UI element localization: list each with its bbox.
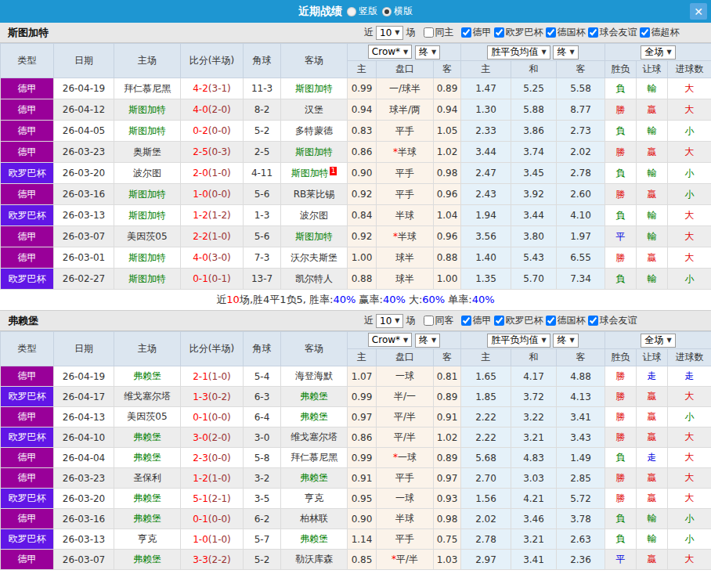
competition-badge: 德甲 — [1, 448, 54, 468]
competition-filter[interactable]: 球会友谊 — [588, 26, 637, 39]
same-side-checkbox[interactable] — [424, 316, 434, 326]
competition-badge: 德甲 — [1, 78, 54, 99]
competition-filter[interactable]: 球会友谊 — [588, 314, 637, 327]
result-outcome: 負 — [605, 448, 637, 468]
avg-lose-odds: 6.55 — [557, 247, 605, 269]
home-team: 斯图加特 — [114, 247, 181, 269]
competition-checkbox[interactable] — [588, 27, 598, 38]
avg-draw-odds: 3.72 — [511, 387, 557, 407]
same-side-filter[interactable]: 同客 — [424, 314, 453, 327]
competition-checkbox[interactable] — [461, 27, 471, 38]
close-button[interactable]: ✕ — [690, 3, 707, 20]
competition-checkbox[interactable] — [546, 27, 556, 38]
result-outcome: 勝 — [605, 247, 637, 269]
avg-draw-odds: 5.43 — [511, 247, 557, 269]
col-handicap: 盘口 — [377, 61, 434, 78]
odds-source-select[interactable]: Crow*▼ — [368, 333, 412, 347]
competition-filter[interactable]: 德超杯 — [640, 26, 679, 39]
match-score: 0-1(0-0) — [181, 509, 244, 529]
result-outcome: 負 — [605, 163, 637, 184]
competition-filter[interactable]: 德国杯 — [546, 314, 585, 327]
radio-vertical-icon[interactable] — [347, 7, 356, 16]
final-odds-select[interactable]: 终▼ — [415, 334, 440, 348]
corner-count: 5-8 — [244, 448, 281, 468]
odds-source-select[interactable]: Crow*▼ — [368, 45, 412, 59]
away-odds: 1.05 — [434, 121, 461, 142]
corner-count: 13-7 — [244, 269, 281, 290]
away-odds: 0.97 — [434, 468, 461, 489]
handicap-line: 球半/两 — [377, 99, 434, 121]
result-outcome: 勝 — [605, 407, 637, 427]
layout-option-horizontal[interactable]: 横版 — [382, 5, 413, 18]
games-count-select[interactable]: 10▼ — [376, 314, 403, 328]
radio-horizontal-icon[interactable] — [382, 7, 392, 16]
competition-checkbox[interactable] — [494, 316, 504, 326]
match-row: 欧罗巴杯 26-03-20 波尔图 2-0(1-0) 4-11 斯图加特1 0.… — [1, 163, 711, 184]
competition-checkbox[interactable] — [494, 27, 504, 38]
competition-filter[interactable]: 欧罗巴杯 — [494, 26, 543, 39]
competition-badge: 欧罗巴杯 — [1, 427, 54, 448]
avg-odds-select[interactable]: 胜平负均值▼ — [487, 45, 550, 60]
away-team: 斯图加特 — [281, 142, 348, 163]
home-odds: 0.85 — [348, 550, 377, 570]
match-score: 2-2(1-0) — [181, 226, 244, 247]
handicap-line: 一球 — [377, 489, 434, 509]
matches-body: 德甲 26-04-19 拜仁慕尼黑 4-2(3-1) 11-3 斯图加特 0.9… — [1, 78, 711, 290]
away-odds: 0.98 — [434, 163, 461, 184]
competition-filter[interactable]: 德国杯 — [546, 26, 585, 39]
competition-badge: 欧罗巴杯 — [1, 163, 54, 184]
goals-outcome: 大 — [668, 78, 711, 99]
avg-lose-odds: 3.43 — [557, 427, 605, 448]
competition-badge: 德甲 — [1, 407, 54, 427]
competition-badge: 德甲 — [1, 184, 54, 205]
avg-lose-odds: 2.73 — [557, 121, 605, 142]
handicap-line: *半球 — [377, 142, 434, 163]
avg-win-odds: 2.70 — [461, 468, 511, 489]
handicap-line: 球半 — [377, 247, 434, 269]
away-odds: 1.04 — [434, 205, 461, 226]
same-side-filter[interactable]: 同主 — [424, 26, 453, 39]
home-odds: 1.07 — [348, 366, 377, 387]
avg-win-odds: 1.47 — [461, 78, 511, 99]
competition-filter[interactable]: 德甲 — [461, 26, 491, 39]
handicap-outcome: 輸 — [637, 78, 668, 99]
col-odds-away: 客 — [434, 61, 461, 78]
goals-outcome: 走 — [668, 366, 711, 387]
same-side-checkbox[interactable] — [424, 27, 434, 38]
match-date: 26-04-13 — [54, 407, 114, 427]
home-odds: 0.99 — [348, 448, 377, 468]
home-team: 斯图加特 — [114, 121, 181, 142]
chevron-down-icon: ▼ — [541, 337, 546, 344]
final-odds-select[interactable]: 终▼ — [415, 45, 440, 60]
match-date: 26-03-23 — [54, 142, 114, 163]
final-avg-select[interactable]: 终▼ — [553, 334, 578, 348]
handicap-line: 平手 — [377, 529, 434, 550]
corner-count: 7-3 — [244, 247, 281, 269]
goals-outcome: 大 — [668, 142, 711, 163]
result-outcome: 負 — [605, 269, 637, 290]
competition-checkbox[interactable] — [588, 316, 598, 326]
competition-checkbox[interactable] — [640, 27, 650, 38]
avg-draw-odds: 3.03 — [511, 468, 557, 489]
layout-option-vertical[interactable]: 竖版 — [347, 5, 377, 18]
match-row: 德甲 26-04-19 拜仁慕尼黑 4-2(3-1) 11-3 斯图加特 0.9… — [1, 78, 711, 99]
handicap-outcome: 贏 — [637, 387, 668, 407]
match-score: 1-2(1-0) — [181, 468, 244, 489]
competition-filter[interactable]: 德甲 — [461, 314, 491, 327]
avg-odds-select[interactable]: 胜平负均值▼ — [487, 334, 550, 348]
scope-select[interactable]: 全场▼ — [641, 45, 675, 60]
home-odds: 0.99 — [348, 78, 377, 99]
home-odds: 0.90 — [348, 163, 377, 184]
scope-select[interactable]: 全场▼ — [641, 334, 675, 348]
competition-checkbox[interactable] — [546, 316, 556, 326]
avg-lose-odds: 2.36 — [557, 550, 605, 570]
final-avg-select[interactable]: 终▼ — [553, 45, 578, 60]
handicap-line: 一球 — [377, 366, 434, 387]
games-count-select[interactable]: 10▼ — [376, 26, 403, 40]
competition-filter[interactable]: 欧罗巴杯 — [494, 314, 543, 327]
avg-draw-odds: 3.22 — [511, 407, 557, 427]
result-outcome: 勝 — [605, 184, 637, 205]
competition-badge: 德甲 — [1, 226, 54, 247]
competition-checkbox[interactable] — [461, 316, 471, 326]
same-side-label: 同主 — [435, 26, 453, 39]
